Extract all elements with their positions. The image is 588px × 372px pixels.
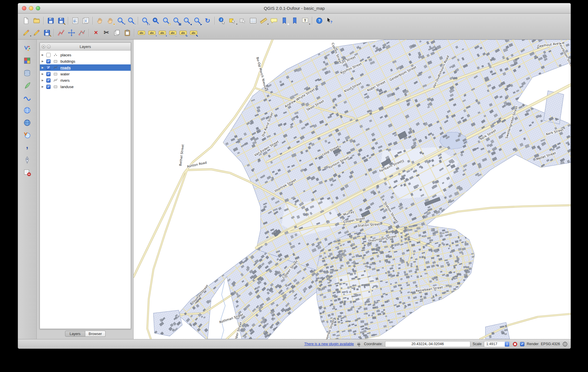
copy-features-button[interactable] (112, 27, 122, 38)
zoom-out-button[interactable]: − (126, 16, 136, 26)
save-project-as-button[interactable]: ✎ (56, 16, 66, 26)
status-bar: There is a new plugin available Coordina… (18, 339, 571, 349)
zoom-to-layer-button[interactable]: ▤ (171, 16, 182, 26)
composer-manager-button[interactable] (80, 16, 91, 26)
measure-button[interactable]: ▾ (258, 16, 269, 26)
text-annotation-button[interactable]: ▾ (300, 16, 310, 26)
layer-checkbox-rivers[interactable]: ✓ (46, 78, 51, 83)
expand-arrow-icon[interactable]: ▶ (42, 85, 45, 88)
map-tips-button[interactable] (269, 16, 279, 26)
remove-layer-button[interactable] (21, 167, 33, 178)
zoom-full-button[interactable] (150, 16, 161, 26)
new-bookmark-button[interactable]: + (279, 16, 289, 26)
label-pin-unpin-overlay-icon: • (156, 34, 157, 38)
dock-tabs: LayersBrowser (40, 329, 131, 337)
add-wms-layer-button[interactable] (21, 105, 33, 116)
add-raster-layer-button[interactable] (21, 55, 33, 66)
crs-status-icon[interactable] (562, 341, 568, 347)
add-mssql-layer-button[interactable] (21, 93, 33, 103)
save-layer-edits-button[interactable]: ✎ (42, 27, 52, 38)
expand-arrow-icon[interactable]: ▶ (42, 72, 45, 75)
stop-rendering-icon[interactable] (512, 341, 518, 347)
paste-features-button[interactable] (122, 27, 132, 38)
label-pin-unpin-button[interactable]: • (147, 27, 157, 38)
layer-item-water[interactable]: ▶✓water (40, 71, 131, 77)
layer-item-roads[interactable]: ▶✓roads (40, 64, 131, 71)
cut-features-icon: ✂ (104, 29, 109, 36)
expand-arrow-icon[interactable]: ▶ (42, 79, 45, 82)
select-features-button[interactable]: ▾ (227, 16, 237, 26)
new-project-button[interactable] (21, 16, 31, 26)
pan-to-selection-button[interactable]: ● (105, 16, 115, 26)
layer-checkbox-water[interactable]: ✓ (46, 72, 51, 76)
tab-browser[interactable]: Browser (85, 331, 106, 337)
layer-item-rivers[interactable]: ▶✓rivers (40, 77, 131, 83)
title-bar[interactable]: QGIS 2.0.1-Dufour - basic_map (18, 3, 571, 14)
panel-close-icon[interactable]: × (42, 45, 45, 49)
node-tool-button[interactable] (77, 27, 87, 38)
zoom-last-button[interactable]: ◀ (182, 16, 192, 26)
layers-panel-title: Layers (79, 44, 91, 49)
expand-arrow-icon[interactable]: ▶ (42, 60, 45, 63)
scale-label: Scale (473, 342, 482, 346)
zoom-in-button[interactable]: + (115, 16, 126, 26)
zoom-next-button[interactable]: ▶ (192, 16, 202, 26)
refresh-map-button[interactable]: ↻ (202, 16, 213, 26)
help-button[interactable] (314, 16, 324, 26)
layer-item-landuse[interactable]: ▶✓landuse (40, 83, 131, 90)
map-canvas[interactable]: Geelhout AvenueKeurboom StreetBo-Op Marc… (134, 40, 571, 339)
layer-item-places[interactable]: ▶places (40, 52, 131, 58)
layer-checkbox-roads[interactable]: ✓ (46, 66, 51, 70)
deselect-features-button[interactable] (237, 16, 248, 26)
minimize-button[interactable] (29, 6, 33, 10)
whats-this-button[interactable] (324, 16, 335, 26)
tab-layers[interactable]: Layers (65, 331, 85, 337)
add-wcs-layer-button[interactable] (21, 118, 33, 128)
add-postgis-layer-button[interactable] (21, 68, 33, 78)
dropdown-arrow-icon[interactable]: ▾ (309, 23, 310, 25)
delete-selected-button[interactable]: × (91, 27, 101, 38)
move-feature-button[interactable] (66, 27, 77, 38)
combo-arrows-icon[interactable]: ▲▼ (505, 342, 509, 347)
expand-arrow-icon[interactable]: ▶ (42, 53, 45, 56)
coordinate-input[interactable] (385, 341, 470, 347)
render-checkbox[interactable]: ✓ (520, 342, 524, 346)
new-print-composer-button[interactable] (70, 16, 80, 26)
add-wfs-layer-button[interactable] (21, 130, 33, 140)
identify-features-button[interactable] (217, 16, 227, 26)
toolbar-separator (43, 17, 44, 25)
zoom-button[interactable] (36, 6, 40, 10)
expand-arrow-icon[interactable]: ▶ (42, 66, 45, 69)
current-edits-button[interactable]: ▾ (21, 27, 31, 38)
layer-label: landuse (60, 85, 74, 89)
scale-combo[interactable]: 1:4917 ▲▼ (484, 341, 510, 347)
pan-map-button[interactable] (95, 16, 105, 26)
zoom-to-selection-button[interactable]: ◻ (161, 16, 171, 26)
layer-checkbox-places[interactable] (46, 53, 51, 57)
layer-checkbox-buildings[interactable]: ✓ (46, 59, 51, 64)
main-toolbar: ✎●+−1:1◻▤◀▶↻▾▾+▾ (21, 14, 568, 27)
new-shapefile-layer-button[interactable] (21, 155, 33, 165)
layer-labeling-options-button[interactable] (136, 27, 147, 38)
add-feature-button[interactable] (56, 27, 66, 38)
rotate-label-button[interactable]: ↻ (178, 27, 188, 38)
zoom-native-button[interactable]: 1:1 (140, 16, 150, 26)
layer-polygon-icon (52, 84, 59, 89)
layer-item-buildings[interactable]: ▶✓buildings (40, 58, 131, 64)
layer-checkbox-landuse[interactable]: ✓ (46, 85, 51, 89)
cut-features-button[interactable]: ✂ (101, 27, 112, 38)
open-attribute-table-button[interactable] (248, 16, 258, 26)
toggle-editing-button[interactable] (31, 27, 42, 38)
panel-float-icon[interactable]: ▫ (47, 45, 51, 49)
save-project-button[interactable] (45, 16, 56, 26)
open-project-button[interactable] (31, 16, 42, 26)
close-button[interactable] (22, 6, 26, 10)
add-delimited-text-layer-button[interactable] (21, 142, 33, 153)
move-label-button[interactable]: ↔ (167, 27, 178, 38)
show-bookmarks-button[interactable] (289, 16, 300, 26)
new-plugin-link[interactable]: There is a new plugin available (304, 342, 354, 346)
add-spatialite-layer-button[interactable] (21, 80, 33, 91)
highlight-labels-button[interactable]: + (157, 27, 167, 38)
add-vector-layer-button[interactable] (21, 43, 33, 53)
change-label-properties-button[interactable]: ✎ (188, 27, 199, 38)
